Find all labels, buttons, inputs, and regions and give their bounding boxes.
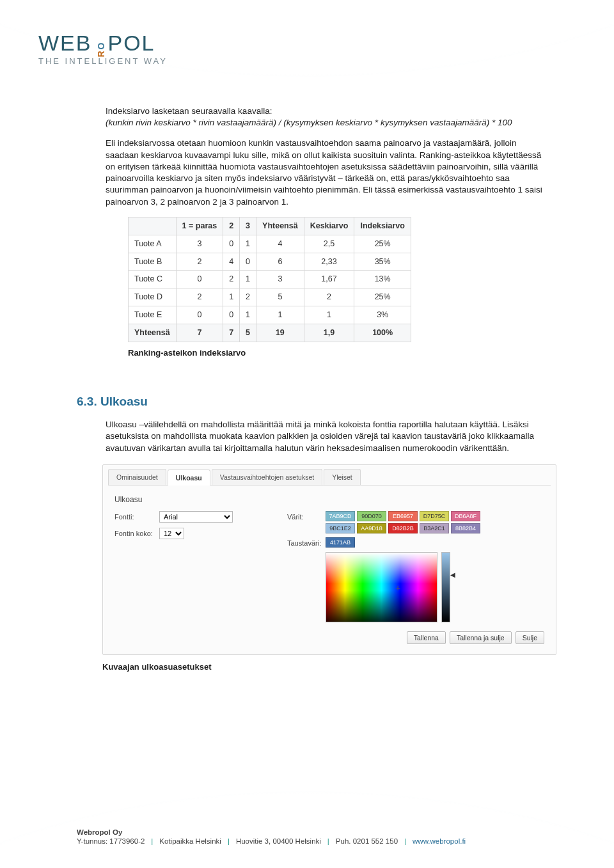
tallenna-ja-sulje-button[interactable]: Tallenna ja sulje: [450, 631, 512, 644]
table-cell: 4: [256, 235, 304, 253]
page-footer: Webropol Oy Y-tunnus: 1773960-2 | Kotipa…: [77, 828, 576, 845]
table-cell: 0: [176, 271, 223, 288]
table-cell: 25%: [354, 288, 411, 306]
table-cell: 2: [176, 253, 223, 271]
table-cell: 2: [176, 288, 223, 306]
slider-handle-icon: ◀: [450, 571, 455, 580]
color-swatch[interactable]: 8B82B4: [451, 523, 480, 533]
bg-color-swatch[interactable]: 4171AB: [326, 537, 355, 548]
color-swatch[interactable]: D7D75C: [420, 511, 449, 521]
table-cell: 0: [223, 235, 240, 253]
appearance-panel: OminaisuudetUlkoasuVastausvaihtoehtojen …: [102, 464, 556, 655]
table-header: [129, 217, 177, 235]
tab-ulkoasu[interactable]: Ulkoasu: [168, 470, 210, 485]
color-swatch[interactable]: DB6A8F: [451, 511, 480, 521]
table-caption: Ranking-asteikon indeksiarvo: [128, 347, 547, 359]
table-cell: Tuote C: [129, 271, 177, 288]
font-select[interactable]: Arial: [159, 511, 233, 523]
table-cell: 4: [223, 253, 240, 271]
color-swatch[interactable]: AA9D18: [357, 523, 386, 533]
ranking-table-wrap: 1 = paras23YhteensäKeskiarvoIndeksiarvo …: [128, 217, 547, 342]
section-title: Ulkoasu: [100, 395, 148, 408]
footer-phone: Puh. 0201 552 150: [336, 837, 398, 845]
table-cell: Yhteensä: [129, 324, 177, 342]
sulje-button[interactable]: Sulje: [516, 631, 544, 644]
tab-vastausvaihtoehtojen-asetukset[interactable]: Vastausvaihtoehtojen asetukset: [212, 469, 323, 485]
panel-buttons: TallennaTallenna ja suljeSulje: [114, 631, 544, 644]
logo-ro-icon: RO: [97, 41, 106, 57]
table-header: 3: [240, 217, 256, 235]
table-cell: 2,5: [304, 235, 354, 253]
table-cell: 1: [240, 271, 256, 288]
table-cell: 13%: [354, 271, 411, 288]
logo-text-pol: POL: [107, 32, 155, 54]
color-swatch[interactable]: B3A2C1: [420, 523, 449, 533]
picker-crosshair-icon: +: [395, 582, 400, 594]
color-gradient[interactable]: +: [326, 552, 437, 622]
table-header: 2: [223, 217, 240, 235]
table-cell: 2,33: [304, 253, 354, 271]
color-swatch[interactable]: 7AB9CD: [326, 511, 355, 521]
table-cell: 5: [240, 324, 256, 342]
footer-city: Kotipaikka Helsinki: [159, 837, 221, 845]
table-cell: 0: [176, 306, 223, 324]
table-cell: 7: [223, 324, 240, 342]
table-cell: 6: [256, 253, 304, 271]
table-cell: 1,9: [304, 324, 354, 342]
paragraph-formula: Indeksiarvo lasketaan seuraavalla kaaval…: [106, 106, 547, 129]
table-cell: Tuote A: [129, 235, 177, 253]
color-swatch[interactable]: D82B2B: [388, 523, 418, 533]
luminance-slider[interactable]: ◀: [441, 552, 450, 622]
table-cell: 100%: [354, 324, 411, 342]
table-header: 1 = paras: [176, 217, 223, 235]
color-swatch[interactable]: 90D070: [357, 511, 386, 521]
paragraph-explanation: Eli indeksiarvossa otetaan huomioon kunk…: [106, 138, 547, 207]
main-content: Indeksiarvo lasketaan seuraavalla kaaval…: [106, 106, 547, 673]
table-cell: 7: [176, 324, 223, 342]
table-cell: 0: [223, 306, 240, 324]
formula-intro: Indeksiarvo lasketaan seuraavalla kaaval…: [106, 106, 272, 116]
table-cell: 1,67: [304, 271, 354, 288]
table-cell: 0: [240, 253, 256, 271]
table-header: Yhteensä: [256, 217, 304, 235]
panel-tabs: OminaisuudetUlkoasuVastausvaihtoehtojen …: [108, 469, 551, 485]
table-row: Tuote B24062,3335%: [129, 253, 411, 271]
table-cell: 35%: [354, 253, 411, 271]
table-cell: 1: [240, 306, 256, 324]
font-size-select[interactable]: 12: [159, 528, 184, 539]
table-cell: 5: [256, 288, 304, 306]
colors-label: Värit:: [287, 511, 326, 522]
color-picker: + ◀: [326, 552, 544, 622]
color-swatches: 7AB9CD90D070EB6957D7D75CDB6A8F9BC1E2AA9D…: [326, 511, 492, 533]
font-label: Fontti:: [114, 512, 159, 522]
bg-color-label: Taustaväri:: [287, 537, 326, 548]
table-cell: 1: [240, 235, 256, 253]
tallenna-button[interactable]: Tallenna: [407, 631, 446, 644]
table-cell: Tuote D: [129, 288, 177, 306]
color-swatch[interactable]: EB6957: [388, 511, 418, 521]
table-cell: 1: [223, 288, 240, 306]
panel-caption: Kuvaajan ulkoasuasetukset: [102, 661, 547, 673]
footer-address: Huovitie 3, 00400 Helsinki: [236, 837, 321, 845]
panel-body: Ulkoasu Fontti: Arial Fontin koko: 1: [108, 485, 551, 648]
table-row: Tuote C02131,6713%: [129, 271, 411, 288]
color-swatch[interactable]: 9BC1E2: [326, 523, 355, 533]
tab-yleiset[interactable]: Yleiset: [324, 469, 361, 485]
table-cell: 3: [176, 235, 223, 253]
footer-separator: |: [404, 837, 406, 845]
logo: WEB RO POL THE INTELLIGENT WAY: [38, 32, 168, 66]
font-size-label: Fontin koko:: [114, 529, 159, 539]
table-cell: 1: [256, 306, 304, 324]
page: WEB RO POL THE INTELLIGENT WAY Indeksiar…: [0, 0, 614, 868]
section-number: 6.3.: [77, 395, 97, 408]
panel-title: Ulkoasu: [114, 494, 544, 505]
table-cell: 2: [304, 288, 354, 306]
table-cell: Tuote E: [129, 306, 177, 324]
bg-swatch-wrap: 4171AB: [326, 537, 492, 548]
footer-url-link[interactable]: www.webropol.fi: [413, 837, 466, 845]
table-cell: 2: [240, 288, 256, 306]
table-header: Indeksiarvo: [354, 217, 411, 235]
section-body: Ulkoasu –välilehdellä on mahdollista mää…: [106, 419, 547, 454]
footer-company: Webropol Oy: [77, 828, 576, 836]
tab-ominaisuudet[interactable]: Ominaisuudet: [108, 469, 166, 485]
